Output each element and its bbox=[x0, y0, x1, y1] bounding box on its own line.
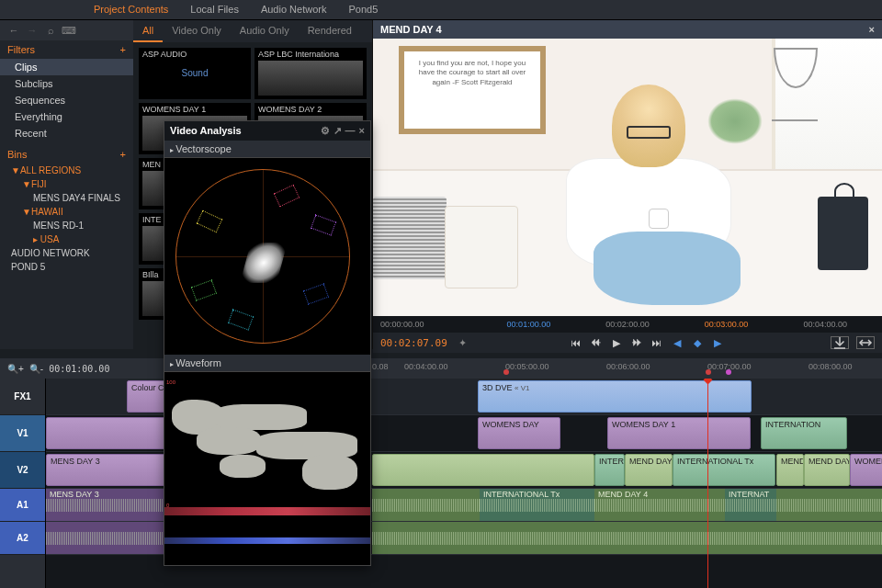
bin-tab-video[interactable]: Video Only bbox=[163, 20, 231, 42]
tree-fiji[interactable]: ▼FIJI bbox=[0, 177, 133, 191]
clip-label: MEND DAY bbox=[808, 457, 850, 466]
timeline-toolbar: 🔍+ 🔍- 00:01:00.00 0.0800:04:00.0000:05:0… bbox=[0, 358, 882, 379]
video-clip[interactable]: WOMENS DAY 1 bbox=[607, 417, 751, 449]
video-clip[interactable]: MEND DAY bbox=[804, 454, 850, 486]
preview-pillow-2 bbox=[445, 206, 518, 288]
viewer-ruler[interactable]: 00:00:00.00 00:01:00.00 00:02:00.00 00:0… bbox=[373, 316, 882, 333]
video-clip[interactable]: 3D DVE « V1 bbox=[478, 380, 752, 413]
tab-project-contents[interactable]: Project Contents bbox=[83, 0, 179, 19]
video-clip[interactable]: INTERNATION bbox=[761, 417, 847, 449]
bin-item[interactable]: ASP AUDIOSound bbox=[139, 48, 251, 99]
tree-all-regions[interactable]: ▼ALL REGIONS bbox=[0, 164, 133, 177]
timecode-display[interactable]: 00:02:07.09 bbox=[380, 337, 447, 349]
clip-label: 3D DVE bbox=[482, 383, 513, 392]
overwrite-icon[interactable] bbox=[856, 336, 875, 349]
video-clip[interactable] bbox=[372, 454, 594, 486]
tab-audio-network[interactable]: Audio Network bbox=[250, 0, 338, 19]
va-minimize-icon[interactable]: — bbox=[345, 125, 356, 137]
track-label-fx1[interactable]: FX1 bbox=[0, 379, 45, 415]
tree-usa[interactable]: ▸ USA bbox=[0, 232, 133, 246]
search-icon[interactable]: ⌕ bbox=[44, 24, 57, 37]
bin-item-title: WOMENS DAY 1 bbox=[142, 105, 247, 114]
video-clip[interactable]: INTERNATIONAL Tx bbox=[673, 454, 775, 486]
track-label-a1[interactable]: A1 bbox=[0, 489, 45, 522]
add-bin-icon[interactable]: + bbox=[120, 149, 126, 160]
va-section-waveform[interactable]: Waveform bbox=[164, 355, 370, 372]
mark-in-icon[interactable]: ◀ bbox=[669, 335, 685, 350]
video-clip[interactable]: MEND D bbox=[776, 454, 804, 486]
va-settings-icon[interactable]: ⚙ bbox=[321, 125, 330, 137]
clip-label: Colour C bbox=[131, 383, 164, 392]
marker-icon[interactable] bbox=[503, 369, 509, 375]
audio-clip[interactable] bbox=[776, 489, 882, 521]
ruler-tick: 00:02:00.00 bbox=[578, 320, 677, 329]
filter-recent[interactable]: Recent bbox=[0, 125, 133, 141]
mark-clip-icon[interactable]: ◆ bbox=[689, 335, 706, 350]
filter-clips[interactable]: Clips bbox=[0, 59, 133, 75]
va-maximize-icon[interactable]: ↗ bbox=[334, 125, 342, 137]
mark-out-icon[interactable]: ▶ bbox=[709, 335, 726, 350]
video-preview[interactable]: I you find you are not, I hope you have … bbox=[373, 39, 882, 316]
tree-audio-network[interactable]: AUDIO NETWORK bbox=[0, 246, 133, 260]
video-clip[interactable]: WOMENS DAY bbox=[478, 417, 560, 449]
bin-tab-all[interactable]: All bbox=[133, 20, 163, 42]
tab-pond5[interactable]: Pond5 bbox=[337, 0, 389, 19]
clip-sublabel: « V1 bbox=[514, 384, 529, 392]
filter-everything[interactable]: Everything bbox=[0, 108, 133, 125]
playhead[interactable] bbox=[707, 379, 708, 588]
nav-fwd-icon[interactable]: → bbox=[26, 24, 39, 37]
audio-clip[interactable]: INTERNAT bbox=[725, 489, 776, 521]
zoom-out-icon[interactable]: 🔍- bbox=[29, 364, 43, 374]
vectorscope-display bbox=[164, 158, 370, 355]
tree-hawaii[interactable]: ▼HAWAII bbox=[0, 205, 133, 219]
tree-fiji-item[interactable]: MENS DAY4 FINALS bbox=[0, 191, 133, 205]
va-close-icon[interactable]: × bbox=[359, 125, 365, 137]
goto-end-icon[interactable]: ⏭ bbox=[649, 335, 665, 350]
audio-clip[interactable] bbox=[372, 522, 882, 554]
filter-sequences[interactable]: Sequences bbox=[0, 92, 133, 108]
step-fwd-icon[interactable]: ⯮ bbox=[628, 335, 645, 350]
clip-label: MENS DAY 3 bbox=[50, 490, 99, 499]
track-label-v1[interactable]: V1 bbox=[0, 415, 45, 452]
audio-clip[interactable]: MEND DAY 4 bbox=[594, 489, 725, 521]
video-clip[interactable]: INTERNATIONAL bbox=[594, 454, 625, 486]
clip-label: MENS DAY 3 bbox=[51, 457, 100, 466]
marker-icon[interactable] bbox=[726, 369, 731, 375]
bins-label: Bins bbox=[7, 149, 27, 160]
filter-subclips[interactable]: Subclips bbox=[0, 75, 133, 92]
video-analysis-panel[interactable]: Video Analysis ⚙ ↗ — × Vectorscope Wavef… bbox=[164, 120, 371, 566]
star-icon[interactable]: ✦ bbox=[458, 337, 467, 349]
marker-icon[interactable] bbox=[706, 369, 711, 375]
preview-pillow-1 bbox=[373, 197, 447, 279]
add-filter-icon[interactable]: + bbox=[120, 44, 126, 55]
video-clip[interactable]: WOMENS bbox=[850, 454, 882, 486]
track-label-v2[interactable]: V2 bbox=[0, 452, 45, 489]
clip-label: INTERNATION bbox=[765, 420, 820, 429]
va-section-vectorscope[interactable]: Vectorscope bbox=[164, 141, 370, 158]
play-icon[interactable]: ▶ bbox=[608, 335, 625, 350]
clip-label: INTERNAT bbox=[729, 490, 769, 499]
audio-clip[interactable] bbox=[372, 489, 480, 521]
filters-label: Filters bbox=[7, 44, 35, 55]
ruler-tick: 00:03:00.00 bbox=[677, 320, 776, 329]
nav-back-icon[interactable]: ← bbox=[7, 24, 20, 37]
tree-pond5[interactable]: POND 5 bbox=[0, 260, 133, 274]
va-titlebar[interactable]: Video Analysis ⚙ ↗ — × bbox=[164, 121, 370, 141]
keyboard-icon[interactable]: ⌨ bbox=[62, 24, 75, 37]
bin-tab-rendered[interactable]: Rendered bbox=[299, 20, 361, 42]
goto-start-icon[interactable]: ⏮ bbox=[568, 335, 584, 350]
bin-tab-audio[interactable]: Audio Only bbox=[231, 20, 299, 42]
tree-hawaii-item[interactable]: MENS RD-1 bbox=[0, 219, 133, 232]
bin-item[interactable]: ASP LBC Internationa bbox=[254, 48, 367, 99]
preview-sign: I you find you are not, I hope you have … bbox=[399, 46, 546, 134]
zoom-in-icon[interactable]: 🔍+ bbox=[7, 364, 24, 374]
step-back-icon[interactable]: ⯬ bbox=[588, 335, 605, 350]
tab-local-files[interactable]: Local Files bbox=[179, 0, 250, 19]
viewer-title-text: MEND DAY 4 bbox=[380, 24, 442, 35]
audio-clip[interactable]: INTERNATIONAL Tx bbox=[480, 489, 594, 521]
insert-icon[interactable] bbox=[831, 336, 849, 349]
track-label-a2[interactable]: A2 bbox=[0, 522, 45, 555]
video-clip[interactable]: MEND DAY bbox=[625, 454, 673, 486]
close-icon[interactable]: × bbox=[869, 24, 875, 35]
timeline-timecode[interactable]: 00:01:00.00 bbox=[49, 364, 109, 374]
